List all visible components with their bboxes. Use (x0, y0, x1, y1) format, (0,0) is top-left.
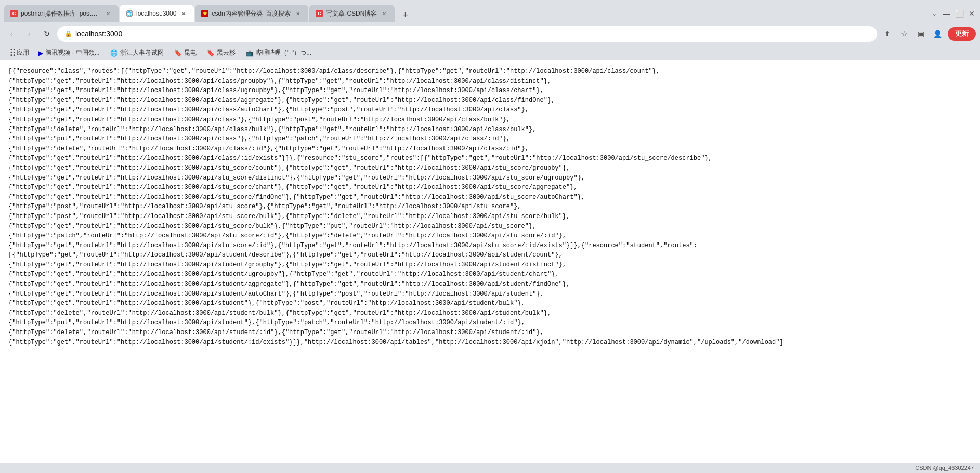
address-bar-row: ‹ › ↻ 🔒 localhost:3000 ⬆ ☆ ▣ 👤 更新 (0, 23, 980, 45)
postman-favicon-icon: C (10, 10, 18, 17)
update-button[interactable]: 更新 (948, 27, 976, 41)
title-bar: C postman操作数据库_postman... ✕ 🌐 localhost:… (0, 0, 980, 23)
minimize-button[interactable]: — (943, 9, 951, 18)
bookmark-bilibili[interactable]: 📺 哔哩哔哩（°-°）つ... (242, 47, 316, 58)
window-controls: ⌄ — ⬜ ✕ (930, 9, 976, 18)
tencent-video-label: 腾讯视频 - 中国领... (45, 48, 100, 57)
apps-label: 应用 (17, 48, 29, 57)
tab-csdn-write[interactable]: C 写文章-CSDN博客 ✕ (309, 5, 395, 22)
share-button[interactable]: ⬆ (880, 27, 895, 41)
kundian-favicon-icon: 🔖 (174, 49, 182, 57)
browser-window: C postman操作数据库_postman... ✕ 🌐 localhost:… (0, 0, 980, 473)
tab-favicon-postman: C (10, 10, 18, 17)
lock-icon: 🔒 (64, 30, 72, 37)
back-button[interactable]: ‹ (4, 27, 19, 41)
bilibili-label: 哔哩哔哩（°-°）つ... (256, 48, 312, 57)
apps-grid-icon: ⠿ (9, 47, 16, 59)
maximize-button[interactable]: ⬜ (955, 9, 963, 18)
page-content: [{"resource":"class","routes":[{"httpTyp… (8, 67, 972, 347)
csdn-search-favicon-icon: ⭐ (203, 11, 207, 16)
tab-close-csdn-search[interactable]: ✕ (294, 9, 302, 18)
new-tab-button[interactable]: + (398, 8, 412, 22)
tab-postman[interactable]: C postman操作数据库_postman... ✕ (4, 5, 119, 22)
tab-close-postman[interactable]: ✕ (104, 9, 112, 18)
kundian-label: 昆电 (184, 48, 197, 57)
tab-title-csdn-write: 写文章-CSDN博客 (326, 9, 377, 18)
zhejiang-exam-label: 浙江人事考试网 (120, 48, 164, 57)
tab-close-csdn-write[interactable]: ✕ (380, 9, 388, 18)
localhost-favicon-icon: 🌐 (126, 10, 133, 17)
tab-localhost[interactable]: 🌐 localhost:3000 ✕ (120, 5, 194, 22)
tab-title-csdn-search: csdn内容管理分类_百度搜索 (212, 9, 291, 18)
address-bar[interactable]: 🔒 localhost:3000 (57, 26, 877, 42)
tencent-video-favicon-icon: ▶ (38, 49, 43, 57)
tab-csdn-search[interactable]: ⭐ csdn内容管理分类_百度搜索 ✕ (195, 5, 308, 22)
bookmark-zhejiang-exam[interactable]: 🌐 浙江人事考试网 (106, 47, 168, 58)
bookmark-kundian[interactable]: 🔖 昆电 (170, 47, 201, 58)
bookmarks-bar: ⠿ 应用 ▶ 腾讯视频 - 中国领... 🌐 浙江人事考试网 🔖 昆电 🔖 黑云… (0, 45, 980, 60)
tab-title-localhost: localhost:3000 (136, 10, 176, 17)
bottom-bar: CSDN @qq_46302247 (0, 463, 980, 473)
profile-button[interactable]: 👤 (930, 27, 945, 41)
tab-favicon-csdn-search: ⭐ (201, 10, 208, 17)
split-screen-button[interactable]: ▣ (913, 27, 928, 41)
heiyunshan-favicon-icon: 🔖 (207, 49, 215, 57)
tab-favicon-localhost: 🌐 (126, 10, 133, 17)
tab-close-localhost[interactable]: ✕ (179, 9, 188, 18)
tab-title-postman: postman操作数据库_postman... (21, 9, 101, 18)
address-text: localhost:3000 (75, 30, 870, 38)
bottom-bar-text: CSDN @qq_46302247 (915, 465, 974, 471)
heiyunshan-label: 黑云杉 (217, 48, 236, 57)
tabs-container: C postman操作数据库_postman... ✕ 🌐 localhost:… (4, 5, 930, 22)
bookmark-button[interactable]: ☆ (897, 27, 911, 41)
address-bar-actions: ⬆ ☆ ▣ 👤 (880, 27, 945, 41)
bookmark-heiyunshan[interactable]: 🔖 黑云杉 (203, 47, 240, 58)
bookmark-tencent-video[interactable]: ▶ 腾讯视频 - 中国领... (34, 47, 104, 58)
bilibili-favicon-icon: 📺 (246, 49, 254, 57)
reload-button[interactable]: ↻ (40, 27, 54, 41)
tab-list-button[interactable]: ⌄ (930, 9, 938, 18)
zhejiang-exam-favicon-icon: 🌐 (110, 49, 118, 57)
csdn-write-favicon-icon: C (316, 10, 323, 17)
tab-favicon-csdn-write: C (316, 10, 323, 17)
close-window-button[interactable]: ✕ (968, 9, 976, 18)
active-tab-indicator (135, 22, 178, 22)
forward-button[interactable]: › (22, 27, 36, 41)
apps-button[interactable]: ⠿ 应用 (6, 46, 32, 60)
content-area[interactable]: [{"resource":"class","routes":[{"httpTyp… (0, 60, 980, 463)
